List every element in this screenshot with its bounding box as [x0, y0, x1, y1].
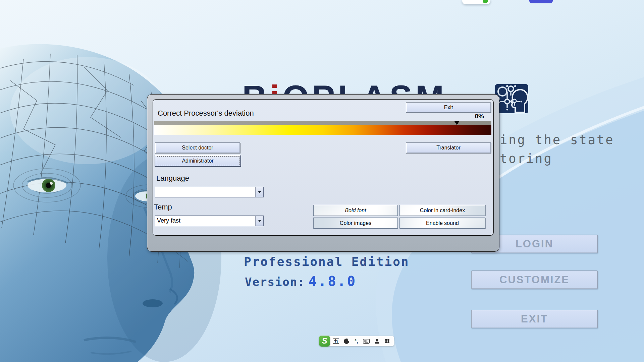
- ime-toolbar: S 五 °,: [319, 336, 394, 347]
- tagline-line1: ing the state: [500, 133, 614, 147]
- dialog-title: Correct Processor's deviation: [158, 109, 254, 118]
- temp-dropdown-arrow-icon[interactable]: [255, 216, 263, 226]
- temp-dropdown-value[interactable]: Very fast: [155, 216, 255, 226]
- enable-sound-toggle[interactable]: Enable sound: [399, 218, 485, 229]
- version-number: 4.8.0: [309, 273, 357, 289]
- overlay-card[interactable]: [462, 0, 490, 4]
- edition-label: Professional Edition: [244, 255, 409, 268]
- language-label: Language: [156, 174, 189, 183]
- temp-dropdown[interactable]: Very fast: [155, 216, 264, 226]
- customize-button[interactable]: CUSTOMIZE: [471, 270, 598, 289]
- green-status-dot-icon: [482, 0, 489, 4]
- overlay-pill-button[interactable]: [529, 0, 553, 3]
- splash-exit-button[interactable]: EXIT: [471, 310, 598, 328]
- translator-button[interactable]: Translator: [406, 142, 491, 153]
- version-label: Version:: [245, 275, 305, 289]
- language-dropdown[interactable]: [155, 187, 264, 197]
- slider-marker-icon[interactable]: [454, 121, 459, 125]
- correction-dialog: Correct Processor's deviation Exit 0% Se…: [147, 94, 499, 252]
- slider-track[interactable]: [154, 121, 491, 125]
- version-row: Version: 4.8.0: [245, 273, 357, 289]
- head-network-logo-icon: [495, 84, 528, 113]
- correction-dialog-panel: Correct Processor's deviation Exit 0% Se…: [153, 99, 494, 236]
- screen: BiOPLASM ing the state toring Profession…: [0, 0, 644, 362]
- ime-bar: 五 °,: [328, 336, 394, 346]
- select-doctor-button[interactable]: Select doctor: [155, 142, 240, 153]
- bold-font-toggle[interactable]: Bold font: [313, 205, 398, 216]
- deviation-percent-value: 0%: [475, 113, 484, 120]
- language-dropdown-arrow-icon[interactable]: [255, 187, 263, 197]
- color-images-toggle[interactable]: Color images: [313, 218, 398, 229]
- grid-icon[interactable]: [385, 339, 390, 344]
- tagline-line2: toring: [500, 152, 553, 166]
- wubi-mode-icon[interactable]: 五: [333, 338, 339, 344]
- deviation-slider[interactable]: [154, 121, 491, 135]
- dialog-exit-button[interactable]: Exit: [406, 102, 491, 113]
- moon-icon[interactable]: [344, 339, 350, 344]
- administrator-button[interactable]: Administrator: [155, 155, 241, 167]
- punctuation-icon[interactable]: °,: [355, 339, 358, 344]
- color-card-index-toggle[interactable]: Color in card-index: [399, 205, 485, 216]
- language-dropdown-value[interactable]: [155, 187, 255, 197]
- keyboard-icon[interactable]: [363, 339, 370, 344]
- user-icon[interactable]: [375, 339, 380, 344]
- temp-label: Temp: [154, 203, 172, 212]
- sogou-logo-icon[interactable]: S: [319, 336, 330, 347]
- slider-gradient-bar[interactable]: [154, 125, 491, 135]
